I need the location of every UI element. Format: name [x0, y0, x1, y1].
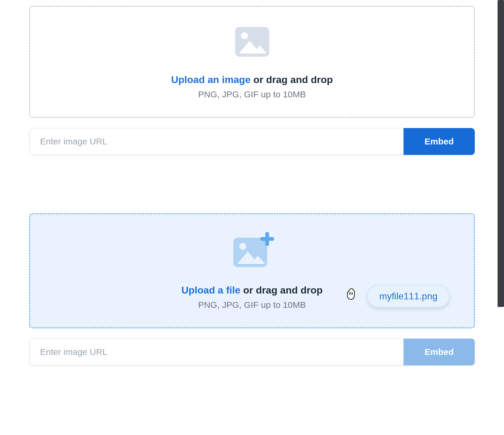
embed-button[interactable]: Embed [403, 128, 475, 155]
drag-text: or drag and drop [240, 284, 323, 296]
dropzone-image[interactable]: Upload an image or drag and drop PNG, JP… [29, 6, 475, 118]
image-url-row: Embed [29, 128, 475, 155]
file-url-row: Embed [29, 339, 475, 365]
upload-hint: PNG, JPG, GIF up to 10MB [36, 89, 468, 99]
image-placeholder-icon [36, 24, 468, 59]
image-url-input[interactable] [29, 128, 403, 155]
upload-text: Upload an image or drag and drop [36, 74, 468, 85]
file-upload-block-2: Upload a file or drag and drop PNG, JPG,… [29, 213, 475, 365]
image-upload-block-1: Upload an image or drag and drop PNG, JP… [29, 6, 475, 155]
dropzone-file-active[interactable]: Upload a file or drag and drop PNG, JPG,… [29, 213, 475, 328]
upload-link[interactable]: Upload an image [171, 74, 251, 85]
embed-button-faded[interactable]: Embed [403, 339, 475, 365]
svg-rect-5 [260, 237, 274, 241]
scrollbar-track[interactable] [498, 0, 504, 435]
svg-point-3 [239, 243, 246, 250]
upload-hint: PNG, JPG, GIF up to 10MB [36, 300, 468, 310]
upload-text: Upload a file or drag and drop [36, 284, 468, 296]
image-add-icon [36, 232, 468, 270]
file-url-input[interactable] [29, 339, 403, 365]
scrollbar-thumb[interactable] [498, 0, 504, 307]
drag-text: or drag and drop [251, 74, 333, 85]
svg-point-1 [241, 32, 248, 39]
upload-link[interactable]: Upload a file [181, 284, 240, 296]
